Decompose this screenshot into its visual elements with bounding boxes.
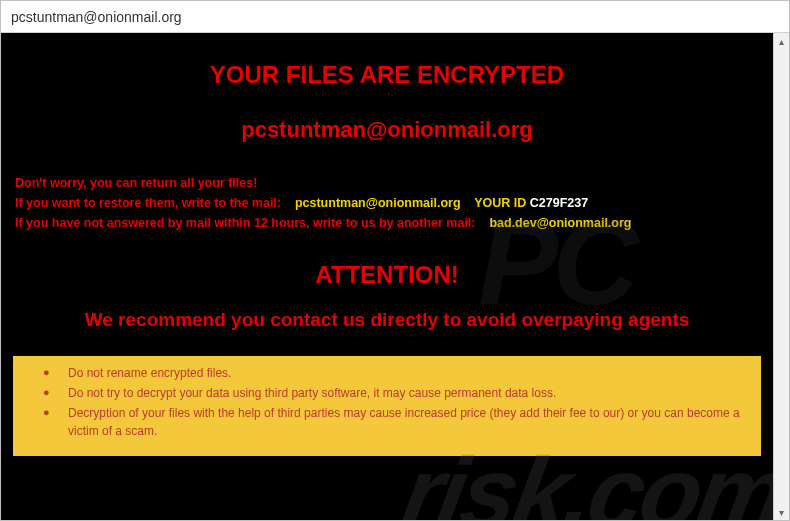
instruction-line-1: Don't worry, you can return all your fil… (15, 173, 759, 193)
instr2-prefix: If you want to restore them, write to th… (15, 196, 281, 210)
scroll-up-arrow-icon[interactable]: ▴ (774, 33, 789, 49)
scroll-down-arrow-icon[interactable]: ▾ (774, 504, 789, 520)
instruction-line-2: If you want to restore them, write to th… (15, 193, 759, 213)
warning-item-2: Do not try to decrypt your data using th… (43, 384, 751, 402)
warning-box: Do not rename encrypted files. Do not tr… (13, 356, 761, 456)
instr3-prefix: If you have not answered by mail within … (15, 216, 476, 230)
content-area: PC risk.com YOUR FILES ARE ENCRYPTED pcs… (1, 33, 773, 520)
vertical-scrollbar[interactable]: ▴ ▾ (773, 33, 789, 520)
heading-attention: ATTENTION! (11, 261, 763, 289)
warning-item-1: Do not rename encrypted files. (43, 364, 751, 382)
window-title-text: pcstuntman@onionmail.org (11, 9, 182, 25)
heading-recommend: We recommend you contact us directly to … (11, 309, 763, 331)
window-titlebar[interactable]: pcstuntman@onionmail.org (1, 1, 789, 33)
scroll-track[interactable] (774, 49, 789, 504)
content-wrapper: PC risk.com YOUR FILES ARE ENCRYPTED pcs… (1, 33, 789, 520)
instr3-email: bad.dev@onionmail.org (489, 216, 631, 230)
warning-item-3: Decryption of your files with the help o… (43, 404, 751, 440)
instruction-line-3: If you have not answered by mail within … (15, 213, 759, 233)
instr2-idlabel: YOUR ID (474, 196, 526, 210)
instr2-id: C279F237 (530, 196, 588, 210)
instructions-block: Don't worry, you can return all your fil… (11, 173, 763, 233)
heading-encrypted: YOUR FILES ARE ENCRYPTED (11, 61, 763, 89)
instr2-email: pcstuntman@onionmail.org (295, 196, 461, 210)
ransom-note-window: pcstuntman@onionmail.org PC risk.com YOU… (0, 0, 790, 521)
heading-email: pcstuntman@onionmail.org (11, 117, 763, 143)
